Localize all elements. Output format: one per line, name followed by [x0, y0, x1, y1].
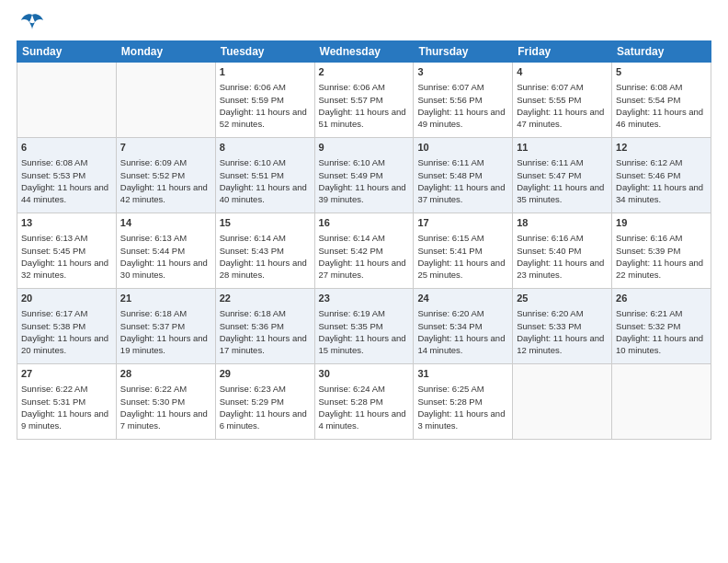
- weekday-header-wednesday: Wednesday: [314, 41, 414, 63]
- day-number: 22: [220, 292, 311, 305]
- day-number: 29: [220, 367, 311, 381]
- day-number: 12: [616, 141, 707, 155]
- daylight-hours: Daylight: 11 hours and 37 minutes.: [417, 182, 505, 204]
- sunrise: Sunrise: 6:20 AM: [417, 308, 483, 318]
- sunset: Sunset: 5:35 PM: [319, 321, 383, 331]
- sunset: Sunset: 5:31 PM: [21, 396, 85, 407]
- sunrise: Sunrise: 6:08 AM: [21, 157, 87, 167]
- sunrise: Sunrise: 6:22 AM: [120, 384, 187, 394]
- day-number: 3: [417, 65, 508, 79]
- daylight-hours: Daylight: 11 hours and 52 minutes.: [220, 107, 307, 129]
- sunset: Sunset: 5:36 PM: [220, 321, 284, 331]
- daylight-hours: Daylight: 11 hours and 47 minutes.: [517, 107, 604, 129]
- sunrise: Sunrise: 6:13 AM: [120, 233, 187, 243]
- calendar-cell: 26Sunrise: 6:21 AMSunset: 5:32 PMDayligh…: [612, 289, 711, 364]
- calendar-cell: 7Sunrise: 6:09 AMSunset: 5:52 PMDaylight…: [116, 138, 215, 213]
- daylight-hours: Daylight: 11 hours and 46 minutes.: [616, 107, 703, 129]
- day-number: 23: [319, 292, 410, 305]
- weekday-header-sunday: Sunday: [17, 41, 117, 63]
- sunrise: Sunrise: 6:11 AM: [417, 157, 483, 167]
- sunrise: Sunrise: 6:25 AM: [417, 384, 483, 394]
- day-number: 21: [120, 292, 211, 305]
- sunset: Sunset: 5:57 PM: [319, 95, 383, 105]
- calendar-cell: 11Sunrise: 6:11 AMSunset: 5:47 PMDayligh…: [513, 138, 612, 213]
- daylight-hours: Daylight: 11 hours and 42 minutes.: [120, 182, 208, 204]
- calendar-week-row: 13Sunrise: 6:13 AMSunset: 5:45 PMDayligh…: [17, 213, 711, 289]
- daylight-hours: Daylight: 11 hours and 23 minutes.: [517, 258, 604, 280]
- sunrise: Sunrise: 6:18 AM: [120, 308, 187, 318]
- day-number: 13: [21, 216, 112, 230]
- daylight-hours: Daylight: 11 hours and 7 minutes.: [120, 408, 208, 431]
- calendar-cell: 23Sunrise: 6:19 AMSunset: 5:35 PMDayligh…: [314, 289, 414, 364]
- day-number: 19: [616, 216, 707, 230]
- calendar-cell: 2Sunrise: 6:06 AMSunset: 5:57 PMDaylight…: [314, 63, 414, 138]
- sunrise: Sunrise: 6:14 AM: [319, 233, 385, 243]
- page-header: [17, 17, 711, 33]
- sunset: Sunset: 5:54 PM: [616, 95, 680, 105]
- daylight-hours: Daylight: 11 hours and 27 minutes.: [319, 258, 406, 280]
- weekday-header-friday: Friday: [513, 41, 612, 63]
- calendar-cell: 14Sunrise: 6:13 AMSunset: 5:44 PMDayligh…: [116, 213, 215, 289]
- weekday-header-monday: Monday: [116, 41, 215, 63]
- weekday-header-thursday: Thursday: [414, 41, 513, 63]
- calendar-week-row: 6Sunrise: 6:08 AMSunset: 5:53 PMDaylight…: [17, 138, 711, 213]
- day-number: 6: [21, 141, 112, 155]
- calendar-cell: 10Sunrise: 6:11 AMSunset: 5:48 PMDayligh…: [414, 138, 513, 213]
- calendar-cell: 3Sunrise: 6:07 AMSunset: 5:56 PMDaylight…: [414, 63, 513, 138]
- sunrise: Sunrise: 6:14 AM: [220, 233, 286, 243]
- daylight-hours: Daylight: 11 hours and 22 minutes.: [616, 258, 703, 280]
- calendar-cell: 22Sunrise: 6:18 AMSunset: 5:36 PMDayligh…: [215, 289, 314, 364]
- calendar-week-row: 20Sunrise: 6:17 AMSunset: 5:38 PMDayligh…: [17, 289, 711, 364]
- day-number: 26: [616, 292, 707, 305]
- sunrise: Sunrise: 6:20 AM: [517, 308, 583, 318]
- weekday-header-saturday: Saturday: [612, 41, 711, 63]
- day-number: 2: [319, 65, 410, 79]
- daylight-hours: Daylight: 11 hours and 3 minutes.: [417, 408, 505, 431]
- calendar-cell: 27Sunrise: 6:22 AMSunset: 5:31 PMDayligh…: [17, 364, 117, 440]
- sunrise: Sunrise: 6:10 AM: [220, 157, 286, 167]
- sunrise: Sunrise: 6:21 AM: [616, 308, 682, 318]
- sunset: Sunset: 5:39 PM: [616, 246, 680, 256]
- sunset: Sunset: 5:37 PM: [120, 321, 185, 331]
- sunrise: Sunrise: 6:13 AM: [21, 233, 87, 243]
- calendar-table: SundayMondayTuesdayWednesdayThursdayFrid…: [17, 40, 711, 440]
- sunset: Sunset: 5:30 PM: [120, 396, 185, 407]
- sunrise: Sunrise: 6:08 AM: [616, 82, 682, 92]
- daylight-hours: Daylight: 11 hours and 44 minutes.: [21, 182, 108, 204]
- daylight-hours: Daylight: 11 hours and 15 minutes.: [319, 333, 406, 355]
- day-number: 15: [220, 216, 311, 230]
- calendar-week-row: 1Sunrise: 6:06 AMSunset: 5:59 PMDaylight…: [17, 63, 711, 138]
- daylight-hours: Daylight: 11 hours and 20 minutes.: [21, 333, 108, 355]
- sunset: Sunset: 5:32 PM: [616, 321, 680, 331]
- daylight-hours: Daylight: 11 hours and 32 minutes.: [21, 258, 108, 280]
- sunset: Sunset: 5:43 PM: [220, 246, 284, 256]
- daylight-hours: Daylight: 11 hours and 35 minutes.: [517, 182, 604, 204]
- daylight-hours: Daylight: 11 hours and 34 minutes.: [616, 182, 703, 204]
- day-number: 30: [319, 367, 410, 381]
- day-number: 24: [417, 292, 508, 305]
- calendar-cell: 25Sunrise: 6:20 AMSunset: 5:33 PMDayligh…: [513, 289, 612, 364]
- day-number: 25: [517, 292, 608, 305]
- daylight-hours: Daylight: 11 hours and 9 minutes.: [21, 408, 108, 431]
- calendar-cell: 5Sunrise: 6:08 AMSunset: 5:54 PMDaylight…: [612, 63, 711, 138]
- sunrise: Sunrise: 6:09 AM: [120, 157, 187, 167]
- sunset: Sunset: 5:55 PM: [517, 95, 581, 105]
- daylight-hours: Daylight: 11 hours and 51 minutes.: [319, 107, 406, 129]
- calendar-cell: 18Sunrise: 6:16 AMSunset: 5:40 PMDayligh…: [513, 213, 612, 289]
- sunrise: Sunrise: 6:19 AM: [319, 308, 385, 318]
- calendar-cell: 28Sunrise: 6:22 AMSunset: 5:30 PMDayligh…: [116, 364, 215, 440]
- day-number: 16: [319, 216, 410, 230]
- sunrise: Sunrise: 6:17 AM: [21, 308, 87, 318]
- sunrise: Sunrise: 6:06 AM: [319, 82, 385, 92]
- sunrise: Sunrise: 6:22 AM: [21, 384, 87, 394]
- calendar-cell: 30Sunrise: 6:24 AMSunset: 5:28 PMDayligh…: [314, 364, 414, 440]
- calendar-cell: 1Sunrise: 6:06 AMSunset: 5:59 PMDaylight…: [215, 63, 314, 138]
- daylight-hours: Daylight: 11 hours and 4 minutes.: [319, 408, 406, 431]
- sunrise: Sunrise: 6:12 AM: [616, 157, 682, 167]
- sunset: Sunset: 5:28 PM: [417, 396, 482, 407]
- calendar-cell: 15Sunrise: 6:14 AMSunset: 5:43 PMDayligh…: [215, 213, 314, 289]
- calendar-cell: [116, 63, 215, 138]
- logo-bird-icon: [19, 13, 45, 33]
- sunrise: Sunrise: 6:07 AM: [517, 82, 583, 92]
- sunset: Sunset: 5:46 PM: [616, 170, 680, 180]
